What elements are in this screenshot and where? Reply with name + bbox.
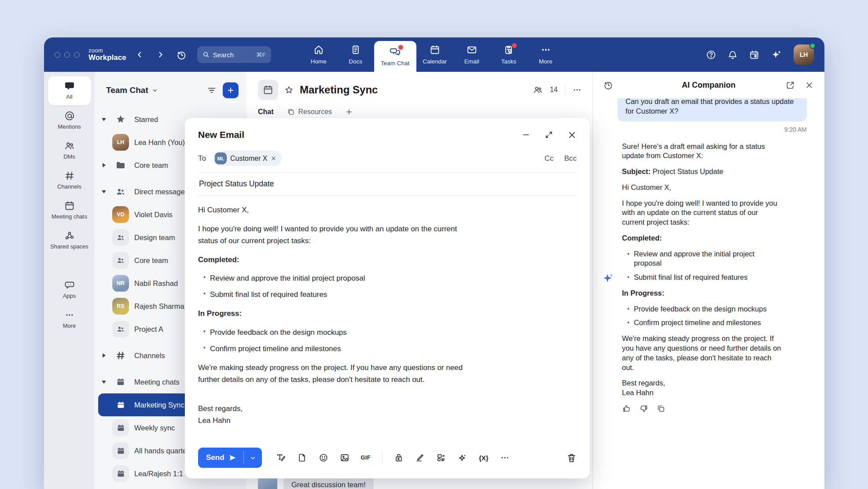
attach-file-icon[interactable]	[298, 453, 307, 463]
thumbs-up-icon[interactable]	[622, 404, 631, 413]
schedule-icon[interactable]	[749, 50, 759, 60]
filter-icon[interactable]	[207, 85, 217, 95]
tab-more[interactable]: More	[527, 37, 564, 72]
tab-home[interactable]: Home	[300, 37, 337, 72]
expand-caret-icon[interactable]	[101, 353, 107, 358]
chevron-down-icon	[152, 87, 158, 93]
members-icon[interactable]	[533, 85, 543, 95]
forward-arrow-icon[interactable]	[156, 51, 164, 59]
star-outline-icon[interactable]	[284, 85, 294, 95]
close-icon[interactable]	[567, 130, 577, 140]
back-arrow-icon[interactable]	[136, 51, 144, 59]
rail-item-mentions[interactable]: Mentions	[48, 106, 91, 135]
copy-icon[interactable]	[656, 404, 666, 413]
rail-item-apps[interactable]: Apps	[48, 275, 91, 304]
recipient-avatar: ML	[215, 152, 227, 164]
tab-docs[interactable]: Docs	[337, 37, 374, 72]
tab-email[interactable]: Email	[453, 37, 490, 72]
email-bullet: •Provide feedback on the design mockups	[203, 327, 466, 339]
user-avatar[interactable]: LH	[794, 44, 814, 65]
ai-bullet: •Provide feedback on the design mockups	[627, 304, 781, 314]
room-more-icon[interactable]	[572, 85, 582, 95]
ai-compose-icon[interactable]	[457, 453, 467, 463]
recipient-name: Customer X	[230, 155, 267, 163]
home-icon	[313, 44, 324, 55]
recipient-chip[interactable]: ML Customer X	[213, 151, 282, 166]
rail-label-apps: Apps	[63, 293, 76, 300]
signature-icon[interactable]	[415, 453, 425, 463]
cc-button[interactable]: Cc	[544, 154, 554, 163]
ai-companion-icon[interactable]	[771, 49, 782, 60]
email-bullet: •Review and approve the initial project …	[203, 273, 466, 285]
rail-item-all[interactable]: All	[48, 76, 91, 105]
variable-button[interactable]: {X}	[479, 454, 489, 462]
minimize-icon[interactable]	[522, 130, 530, 140]
thumbs-down-icon[interactable]	[639, 404, 648, 413]
insert-image-icon[interactable]	[340, 453, 349, 463]
ai-conversation[interactable]: Can you draft an email that provides a s…	[593, 98, 824, 489]
search-placeholder: Search	[213, 51, 234, 59]
template-icon[interactable]	[436, 453, 446, 463]
to-field-label: To	[198, 154, 206, 163]
help-icon[interactable]	[706, 50, 716, 60]
rail-item-meeting-chats[interactable]: Meeting chats	[48, 196, 91, 225]
email-icon	[467, 44, 477, 55]
expand-caret-icon[interactable]	[101, 163, 107, 167]
collapse-caret-icon[interactable]	[101, 190, 107, 193]
tab-tasks-label: Tasks	[501, 58, 516, 65]
ai-bullet: •Submit final list of required features	[627, 273, 781, 282]
remove-recipient-icon[interactable]	[271, 156, 276, 161]
rail-item-dms[interactable]: DMs	[48, 136, 91, 165]
rail-label-channels: Channels	[57, 184, 81, 190]
calendar-tile-icon	[112, 465, 129, 482]
chat-list-title[interactable]: Team Chat	[106, 85, 158, 95]
collapse-caret-icon[interactable]	[101, 118, 107, 121]
calendar-glyph-icon	[112, 377, 129, 387]
email-body-editor[interactable]: Hi Customer X, I hope you're doing well!…	[198, 204, 466, 443]
send-button-group: Send	[198, 448, 262, 468]
tab-team-chat[interactable]: Team Chat	[374, 41, 416, 72]
add-tab-icon[interactable]	[345, 108, 353, 116]
tab-tasks[interactable]: Tasks	[490, 37, 527, 72]
people-tile-icon	[112, 229, 129, 246]
subject-field[interactable]: Project Status Update	[198, 173, 577, 189]
send-button[interactable]: Send	[198, 448, 243, 468]
rail-item-more[interactable]: More	[48, 305, 91, 334]
open-in-window-icon[interactable]	[786, 81, 795, 90]
encrypt-icon[interactable]	[394, 453, 404, 463]
tab-chat[interactable]: Chat	[258, 108, 274, 116]
member-count[interactable]: 14	[550, 86, 558, 94]
avatar: RS	[112, 298, 129, 315]
text-format-icon[interactable]	[276, 453, 286, 463]
history-icon[interactable]	[177, 50, 187, 60]
emoji-icon[interactable]	[319, 453, 328, 463]
ai-close-icon[interactable]	[805, 81, 814, 90]
rail-item-channels[interactable]: Channels	[48, 166, 91, 195]
compose-toolbar: Send	[198, 448, 577, 468]
rail-label-mentions: Mentions	[58, 124, 81, 130]
gif-button[interactable]: GIF	[361, 455, 371, 461]
collapse-caret-icon[interactable]	[101, 381, 107, 384]
discard-draft-icon[interactable]	[566, 453, 577, 463]
window-controls[interactable]	[55, 52, 80, 58]
ai-history-icon[interactable]	[603, 80, 613, 90]
search-input[interactable]: Search ⌘F	[197, 46, 271, 63]
rail-item-shared-spaces[interactable]: Shared spaces	[48, 226, 91, 255]
docs-icon	[350, 44, 361, 55]
tab-resources[interactable]: Resources	[287, 108, 332, 116]
expand-icon[interactable]	[544, 130, 553, 140]
toolbar-more-icon[interactable]	[500, 453, 510, 463]
calendar-tile-icon	[112, 396, 129, 413]
apps-icon	[64, 280, 75, 290]
modal-title: New Email	[198, 130, 244, 140]
tasks-unread-badge	[512, 43, 517, 48]
ai-completed-heading: Completed:	[622, 233, 781, 243]
notifications-icon[interactable]	[728, 50, 738, 60]
new-chat-button[interactable]	[223, 82, 239, 98]
ai-closing: We're making steady progress on the proj…	[622, 334, 781, 372]
ai-inprogress-heading: In Progress:	[622, 289, 781, 298]
ai-response: Sure! Here's a draft email asking for a …	[622, 142, 781, 413]
send-options-button[interactable]	[244, 448, 262, 468]
tab-calendar[interactable]: Calendar	[416, 37, 453, 72]
bcc-button[interactable]: Bcc	[564, 154, 577, 163]
